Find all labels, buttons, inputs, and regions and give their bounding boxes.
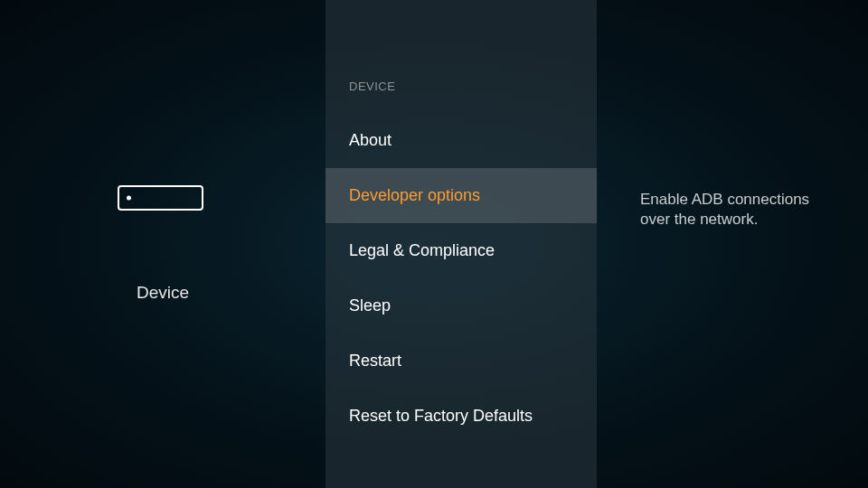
menu-item-label: Reset to Factory Defaults	[349, 407, 533, 425]
menu-item-label: About	[349, 131, 392, 149]
menu-item-reset-factory[interactable]: Reset to Factory Defaults	[326, 389, 597, 444]
device-stick-icon	[118, 185, 203, 211]
menu-section-header: DEVICE	[326, 80, 597, 113]
menu-item-label: Restart	[349, 352, 401, 370]
menu-item-about[interactable]: About	[326, 113, 597, 168]
menu-item-restart[interactable]: Restart	[326, 333, 597, 389]
category-label: Device	[137, 283, 189, 303]
menu-item-sleep[interactable]: Sleep	[326, 278, 597, 333]
item-description: Enable ADB connections over the network.	[640, 190, 832, 230]
menu-item-label: Legal & Compliance	[349, 241, 495, 259]
left-category-panel: Device	[0, 0, 326, 488]
menu-item-label: Sleep	[349, 296, 391, 314]
menu-item-developer-options[interactable]: Developer options	[326, 168, 597, 223]
menu-item-label: Developer options	[349, 186, 480, 204]
description-panel: Enable ADB connections over the network.	[597, 0, 868, 488]
device-menu-panel: DEVICE About Developer options Legal & C…	[326, 0, 597, 488]
menu-item-legal-compliance[interactable]: Legal & Compliance	[326, 223, 597, 278]
